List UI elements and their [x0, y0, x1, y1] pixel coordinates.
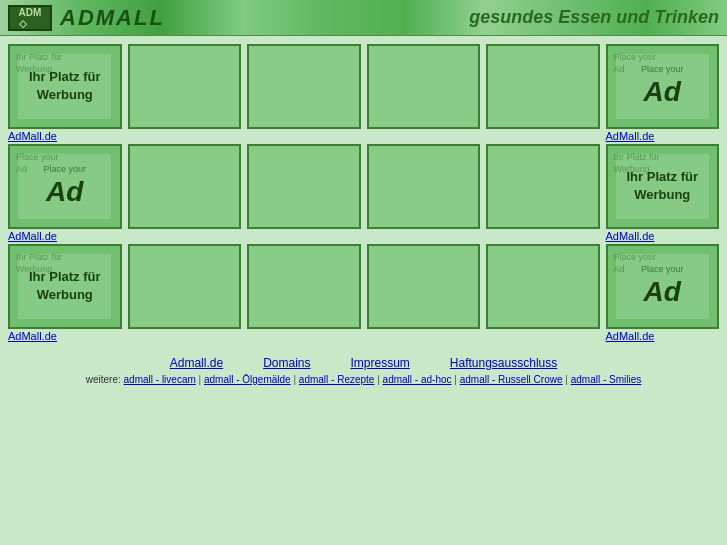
- main-content: Ihr Platz fürWerbung Ihr Platz für Werbu…: [0, 36, 727, 348]
- ihr-platz-box-1[interactable]: Ihr Platz fürWerbung Ihr Platz für Werbu…: [8, 44, 122, 129]
- ad-cell: [367, 144, 481, 242]
- ad-cell: Place yourAd Place your Ad AdMall.de: [8, 144, 122, 242]
- site-title: ADMALL: [60, 5, 165, 31]
- ad-cell: [128, 44, 242, 142]
- footer-further: weitere: admall - livecam | admall - Ölg…: [0, 374, 727, 385]
- logo: ADM◇: [8, 5, 52, 31]
- further-link-4[interactable]: admall - ad-hoc: [383, 374, 452, 385]
- ad-cell: [367, 244, 481, 342]
- ad-cell: Ihr Platz fürWerbung Ihr Platz für Werbu…: [8, 44, 122, 142]
- ad-cell: Ihr Platz fürWerbung Ihr Platz für Werbu…: [606, 144, 720, 242]
- ihr-platz-box-2[interactable]: Ihr Platz fürWerbung Ihr Platz für Werbu…: [606, 144, 720, 229]
- tagline: gesundes Essen und Trinken: [469, 7, 719, 28]
- empty-box[interactable]: [247, 44, 361, 129]
- watermark-text: Ihr Platz fürWerbung: [614, 152, 660, 175]
- place-ad-label: Place your Ad: [641, 264, 684, 308]
- empty-box[interactable]: [486, 44, 600, 129]
- ad-cell: [486, 244, 600, 342]
- ad-cell: [247, 144, 361, 242]
- place-your-box-3[interactable]: Place yourAd Place your Ad: [606, 244, 720, 329]
- ad-cell: Place yourAd Place your Ad AdMall.de: [606, 244, 720, 342]
- ad-cell: [367, 44, 481, 142]
- ad-row-2: Place yourAd Place your Ad AdMall.de: [8, 144, 719, 242]
- header: ADM◇ ADMALL gesundes Essen und Trinken: [0, 0, 727, 36]
- footer-links: Admall.de Domains Impressum Haftungsauss…: [0, 356, 727, 370]
- empty-box[interactable]: [128, 44, 242, 129]
- admall-link-1-1[interactable]: AdMall.de: [8, 130, 57, 142]
- empty-box[interactable]: [247, 244, 361, 329]
- logo-text: ADM◇: [19, 7, 42, 29]
- empty-box[interactable]: [128, 244, 242, 329]
- empty-box[interactable]: [247, 144, 361, 229]
- empty-box[interactable]: [128, 144, 242, 229]
- ad-cell: Place yourAd Place your Ad AdMall.de: [606, 44, 720, 142]
- ad-cell: Ihr Platz fürWerbung Ihr Platz für Werbu…: [8, 244, 122, 342]
- further-link-2[interactable]: admall - Ölgemälde: [204, 374, 291, 385]
- empty-box[interactable]: [367, 44, 481, 129]
- ad-cell: [247, 244, 361, 342]
- further-label: weitere:: [86, 374, 121, 385]
- ihr-platz-box-3[interactable]: Ihr Platz fürWerbung Ihr Platz für Werbu…: [8, 244, 122, 329]
- empty-box[interactable]: [486, 144, 600, 229]
- empty-box[interactable]: [486, 244, 600, 329]
- footer: Admall.de Domains Impressum Haftungsauss…: [0, 348, 727, 389]
- empty-box[interactable]: [367, 244, 481, 329]
- ad-cell: [486, 44, 600, 142]
- place-ad-label: Place your Ad: [641, 64, 684, 108]
- place-ad-label: Place your Ad: [43, 164, 86, 208]
- footer-link-impressum[interactable]: Impressum: [351, 356, 410, 370]
- further-link-5[interactable]: admall - Russell Crowe: [460, 374, 563, 385]
- admall-link-3-6[interactable]: AdMall.de: [606, 330, 655, 342]
- watermark-text: Ihr Platz fürWerbung: [16, 252, 62, 275]
- ad-cell: [128, 144, 242, 242]
- further-link-6[interactable]: admall - Smilies: [571, 374, 642, 385]
- empty-box[interactable]: [367, 144, 481, 229]
- ad-cell: [128, 244, 242, 342]
- ad-cell: [247, 44, 361, 142]
- footer-link-domains[interactable]: Domains: [263, 356, 310, 370]
- place-your-box-1[interactable]: Place yourAd Place your Ad: [606, 44, 720, 129]
- further-link-1[interactable]: admall - livecam: [124, 374, 196, 385]
- further-link-3[interactable]: admall - Rezepte: [299, 374, 375, 385]
- ad-cell: [486, 144, 600, 242]
- admall-link-2-6[interactable]: AdMall.de: [606, 230, 655, 242]
- ad-row-3: Ihr Platz fürWerbung Ihr Platz für Werbu…: [8, 244, 719, 342]
- footer-link-haftung[interactable]: Haftungsausschluss: [450, 356, 557, 370]
- admall-link-3-1[interactable]: AdMall.de: [8, 330, 57, 342]
- footer-link-admall[interactable]: Admall.de: [170, 356, 223, 370]
- place-your-box-2[interactable]: Place yourAd Place your Ad: [8, 144, 122, 229]
- watermark-text: Ihr Platz fürWerbung: [16, 52, 62, 75]
- admall-link-1-6[interactable]: AdMall.de: [606, 130, 655, 142]
- ad-row-1: Ihr Platz fürWerbung Ihr Platz für Werbu…: [8, 44, 719, 142]
- admall-link-2-1[interactable]: AdMall.de: [8, 230, 57, 242]
